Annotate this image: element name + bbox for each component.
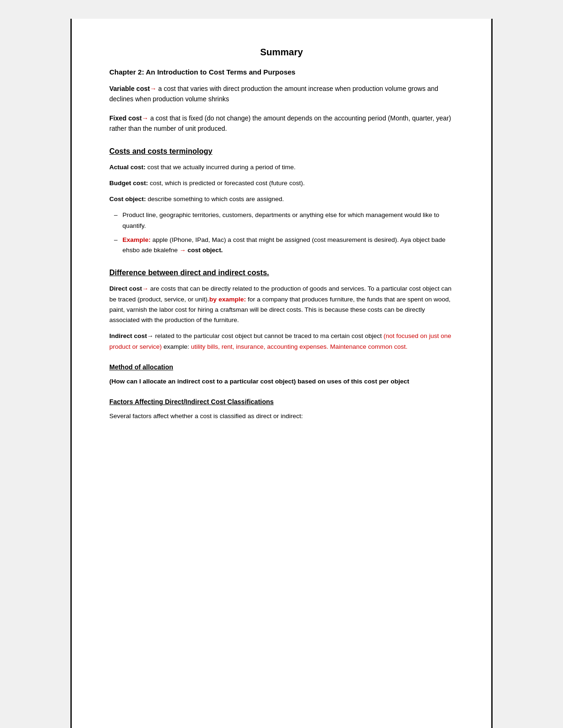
section1-heading: Costs and costs terminology <box>109 147 454 156</box>
bullet-list: Product line, geographic territories, cu… <box>114 210 454 255</box>
factors-text: Several factors affect whether a cost is… <box>109 411 454 421</box>
indirect-cost-label: Indirect cost <box>109 332 147 339</box>
fixed-cost-arrow: → <box>142 114 148 122</box>
fixed-cost-def: a cost that is fixed (do not change) the… <box>109 114 451 132</box>
bullet2-arrow: → <box>180 247 186 254</box>
fixed-cost-block: Fixed cost→ a cost that is fixed (do not… <box>109 113 454 134</box>
indirect-cost-text: Indirect cost→ related to the particular… <box>109 331 454 352</box>
budget-cost-text: Budget cost: cost, which is predicted or… <box>109 178 454 188</box>
direct-cost-example: example: <box>219 296 246 303</box>
indirect-cost-def2: example: <box>162 343 191 350</box>
fixed-cost-label: Fixed cost <box>109 114 142 122</box>
direct-cost-label: Direct cost <box>109 285 142 292</box>
cost-object-label: Cost object: <box>109 195 146 203</box>
cost-object-text: Cost object: describe something to which… <box>109 194 454 204</box>
section4-heading: Factors Affecting Direct/Indirect Cost C… <box>109 398 454 405</box>
variable-cost-arrow: → <box>150 85 156 92</box>
budget-cost-def: cost, which is predicted or forecasted c… <box>148 180 305 187</box>
variable-cost-label: Variable cost <box>109 85 150 92</box>
bullet2-rest: apple (IPhone, IPad, Mac) a cost that mi… <box>122 236 446 254</box>
section2-heading: Difference between direct and indirect c… <box>109 269 454 277</box>
bullet-item-2: Example: apple (IPhone, IPad, Mac) a cos… <box>114 235 454 256</box>
actual-cost-text: Actual cost: cost that we actually incur… <box>109 162 454 173</box>
variable-cost-def: a cost that varies with direct productio… <box>109 85 438 103</box>
cost-object-def: describe something to which costs are as… <box>146 195 284 203</box>
actual-cost-label: Actual cost: <box>109 164 145 171</box>
indirect-cost-arrow: → <box>147 332 153 339</box>
bullet-item-1: Product line, geographic territories, cu… <box>114 210 454 231</box>
direct-cost-by: by <box>209 296 217 303</box>
budget-cost-label: Budget cost: <box>109 180 148 187</box>
variable-cost-block: Variable cost→ a cost that varies with d… <box>109 83 454 105</box>
bullet2-end: cost object. <box>186 247 223 254</box>
actual-cost-def: cost that we actually incurred during a … <box>145 164 296 171</box>
chapter-heading: Chapter 2: An Introduction to Cost Terms… <box>109 68 454 76</box>
page-container: Summary Chapter 2: An Introduction to Co… <box>70 19 493 728</box>
direct-cost-text: Direct cost→ are costs that can be direc… <box>109 284 454 325</box>
indirect-cost-def1: related to the particular cost object bu… <box>153 332 384 339</box>
direct-cost-arrow: → <box>142 285 149 292</box>
section3-heading: Method of allocation <box>109 363 454 371</box>
example-label: Example: <box>122 236 151 243</box>
page-title: Summary <box>109 47 454 58</box>
indirect-cost-examples: utility bills, rent, insurance, accounti… <box>191 343 408 350</box>
method-text: (How can I allocate an indirect cost to … <box>109 376 454 387</box>
